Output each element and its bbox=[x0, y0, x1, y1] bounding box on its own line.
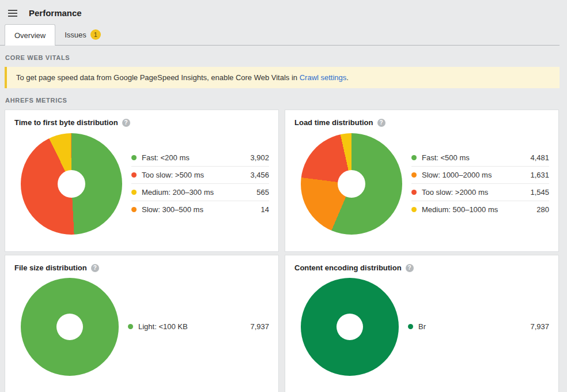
legend-dot-icon bbox=[128, 324, 133, 329]
legend-item: Slow: 1000–2000 ms1,631 bbox=[411, 167, 549, 184]
chart-legend-ttfb: Fast: <200 ms3,902Too slow: >500 ms3,456… bbox=[131, 149, 269, 218]
crawl-settings-link[interactable]: Crawl settings bbox=[300, 73, 347, 82]
chart-card-ttfb: Time to first byte distribution ? Fast: … bbox=[5, 110, 279, 252]
tab-issues[interactable]: Issues 1 bbox=[55, 24, 110, 45]
donut-chart-ttfb bbox=[21, 133, 122, 235]
hamburger-menu-icon[interactable] bbox=[8, 8, 17, 18]
section-label-ahrefs-metrics: AHREFS METRICS bbox=[5, 97, 567, 104]
legend-item: Light: <100 KB7,937 bbox=[128, 318, 269, 335]
chart-legend-file-size: Light: <100 KB7,937 bbox=[128, 318, 269, 335]
legend-item: Slow: 300–500 ms14 bbox=[131, 201, 269, 218]
legend-label: Medium: 200–300 ms bbox=[142, 188, 214, 197]
legend-label: Too slow: >2000 ms bbox=[422, 188, 488, 197]
donut-chart-load-time bbox=[301, 133, 402, 235]
legend-dot-icon bbox=[408, 324, 413, 329]
legend-dot-icon bbox=[411, 155, 417, 160]
chart-title-file-size: File size distribution bbox=[14, 263, 87, 272]
core-web-vitals-notice: To get page speed data from Google PageS… bbox=[5, 67, 560, 88]
legend-dot-icon bbox=[131, 207, 137, 212]
legend-dot-icon bbox=[131, 190, 137, 195]
chart-title-ttfb: Time to first byte distribution bbox=[14, 118, 118, 127]
legend-dot-icon bbox=[411, 190, 417, 195]
donut-chart-content-encoding bbox=[301, 278, 399, 376]
issues-count-badge: 1 bbox=[90, 29, 101, 40]
notice-text: To get page speed data from Google PageS… bbox=[16, 73, 300, 82]
legend-label: Fast: <500 ms bbox=[422, 153, 470, 162]
tab-issues-label: Issues bbox=[65, 25, 86, 45]
legend-value: 1,545 bbox=[530, 188, 549, 197]
legend-value: 3,902 bbox=[250, 153, 269, 162]
legend-label: Br bbox=[418, 322, 426, 331]
legend-label: Too slow: >500 ms bbox=[142, 171, 204, 179]
page-header: Performance bbox=[0, 0, 567, 20]
legend-value: 1,631 bbox=[530, 171, 549, 179]
legend-label: Slow: 1000–2000 ms bbox=[422, 171, 492, 179]
legend-item: Too slow: >2000 ms1,545 bbox=[411, 184, 549, 201]
help-icon[interactable]: ? bbox=[91, 264, 99, 272]
legend-dot-icon bbox=[131, 172, 137, 178]
donut-chart-file-size bbox=[21, 278, 119, 376]
help-icon[interactable]: ? bbox=[377, 119, 385, 127]
chart-card-file-size: File size distribution ? Light: <100 KB7… bbox=[5, 255, 279, 392]
chart-legend-content-encoding: Br7,937 bbox=[408, 318, 549, 335]
tab-overview-label: Overview bbox=[14, 25, 46, 46]
help-icon[interactable]: ? bbox=[122, 119, 130, 127]
legend-dot-icon bbox=[131, 155, 137, 160]
legend-label: Medium: 500–1000 ms bbox=[422, 205, 498, 214]
legend-item: Medium: 200–300 ms565 bbox=[131, 184, 269, 201]
chart-title-content-encoding: Content encoding distribution bbox=[294, 263, 402, 272]
legend-item: Br7,937 bbox=[408, 318, 549, 335]
page-title: Performance bbox=[29, 8, 82, 18]
tab-overview[interactable]: Overview bbox=[5, 24, 55, 46]
notice-text-end: . bbox=[346, 73, 349, 82]
legend-value: 565 bbox=[256, 188, 269, 197]
legend-item: Fast: <500 ms4,481 bbox=[411, 149, 549, 167]
tab-bar: Overview Issues 1 bbox=[0, 24, 560, 46]
chart-legend-load-time: Fast: <500 ms4,481Slow: 1000–2000 ms1,63… bbox=[411, 149, 549, 218]
help-icon[interactable]: ? bbox=[406, 264, 414, 272]
legend-item: Too slow: >500 ms3,456 bbox=[131, 167, 269, 184]
legend-label: Slow: 300–500 ms bbox=[142, 205, 203, 214]
chart-title-load-time: Load time distribution bbox=[294, 118, 373, 127]
legend-dot-icon bbox=[411, 207, 417, 212]
legend-value: 280 bbox=[536, 205, 549, 214]
legend-label: Light: <100 KB bbox=[138, 322, 188, 331]
legend-value: 14 bbox=[261, 205, 269, 214]
chart-card-content-encoding: Content encoding distribution ? Br7,937 bbox=[285, 255, 559, 392]
charts-grid: Time to first byte distribution ? Fast: … bbox=[5, 110, 567, 392]
legend-value: 4,481 bbox=[530, 153, 549, 162]
legend-value: 7,937 bbox=[250, 322, 269, 331]
legend-item: Fast: <200 ms3,902 bbox=[131, 149, 269, 167]
legend-value: 3,456 bbox=[250, 171, 269, 179]
chart-card-load-time: Load time distribution ? Fast: <500 ms4,… bbox=[285, 110, 559, 252]
legend-label: Fast: <200 ms bbox=[142, 153, 190, 162]
legend-item: Medium: 500–1000 ms280 bbox=[411, 201, 549, 218]
legend-value: 7,937 bbox=[530, 322, 549, 331]
section-label-core-web-vitals: CORE WEB VITALS bbox=[5, 54, 567, 61]
legend-dot-icon bbox=[411, 172, 417, 178]
